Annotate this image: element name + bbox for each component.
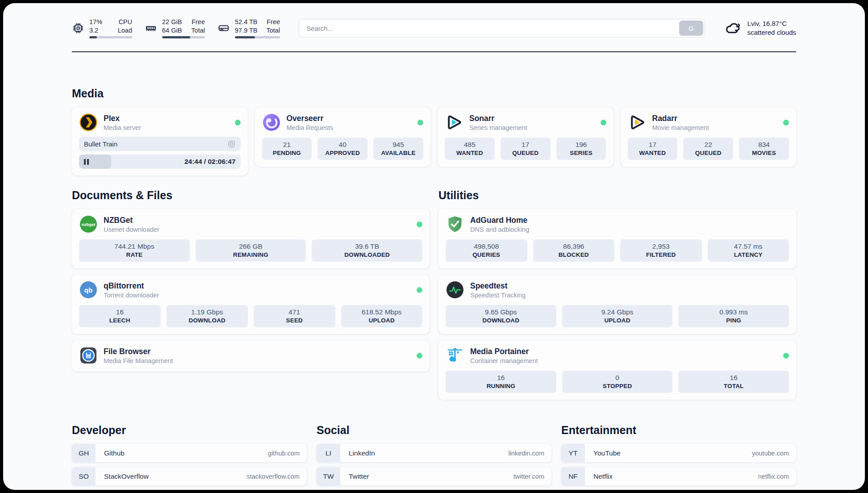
bookmark-link-netflix[interactable]: NF Netflix netflix.com (561, 467, 796, 485)
stat-box-download: 1.19 GbpsDOWNLOAD (167, 305, 248, 327)
stat-label: STOPPED (564, 383, 671, 389)
search-provider-button[interactable]: G (679, 21, 703, 36)
service-card-portainer[interactable]: Media Portainer Container management 16R… (438, 340, 796, 400)
stat-value: 17 (630, 141, 676, 149)
now-playing-title: Bullet Train (84, 140, 227, 148)
service-card-speedtest[interactable]: Speedtest Speedtest Tracking 9.65 GbpsDO… (438, 275, 796, 334)
service-name: Media Portainer (470, 347, 538, 356)
stat-label: SEED (256, 317, 333, 324)
service-stats: 485WANTED17QUEUED196SERIES (445, 138, 606, 160)
stat-label: APPROVED (320, 150, 365, 156)
bookmark-list: GH Github github.com SO StackOverflow st… (72, 444, 307, 490)
service-card-radarr[interactable]: Radarr Movie management 17WANTED22QUEUED… (621, 107, 797, 167)
service-subtitle: Media File Management (104, 357, 173, 364)
search-input[interactable] (299, 19, 705, 38)
service-card-nzbget[interactable]: nzbget NZBGet Usenet downloader 744.21 M… (72, 209, 430, 268)
service-card-overseerr[interactable]: Overseerr Media Requests 21PENDING40APPR… (255, 107, 431, 167)
service-card-plex[interactable]: Plex Media server Bullet Train 24:44 / 0… (72, 107, 248, 175)
disk-progress-bar (235, 36, 280, 38)
stat-value: 266 GB (198, 242, 304, 251)
bookmark-list: YT YouTube youtube.com NF Netflix netfli… (561, 444, 796, 490)
stat-label: RUNNING (448, 383, 554, 389)
stat-value: 9.24 Gbps (564, 308, 671, 316)
bookmark-group-developer: Developer GH Github github.com SO StackO… (72, 424, 307, 490)
stat-label: DOWNLOAD (169, 317, 246, 324)
stat-box-pending: 21PENDING (262, 138, 312, 160)
stat-value: 945 (376, 141, 421, 149)
bookmark-group-title: Social (317, 424, 551, 437)
bookmark-name: Twitter (349, 472, 369, 480)
service-subtitle: Series management (469, 124, 527, 131)
memory-total-label: Total (191, 26, 205, 35)
memory-free-value: 22 GiB (162, 18, 182, 26)
stat-label: UPLOAD (564, 317, 671, 324)
service-name: Sonarr (469, 114, 527, 123)
stat-box-wanted: 485WANTED (445, 138, 495, 160)
nzbget-icon: nzbget (79, 215, 98, 234)
sonarr-icon (445, 113, 463, 132)
bookmark-list: LI LinkedIn linkedin.com TW Twitter twit… (317, 444, 551, 485)
service-subtitle: Usenet downloader (104, 226, 159, 233)
bookmark-link-twitter[interactable]: TW Twitter twitter.com (317, 467, 551, 485)
stat-value: 16 (448, 374, 554, 382)
bookmark-link-github[interactable]: GH Github github.com (72, 444, 307, 462)
section-title-media: Media (72, 87, 796, 100)
cpu-widget: 17% 3.2 CPU Load (72, 18, 132, 39)
bookmark-link-youtube[interactable]: YT YouTube youtube.com (561, 444, 796, 462)
stat-value: 498,508 (448, 242, 525, 251)
service-name: AdGuard Home (470, 216, 529, 225)
stat-label: TOTAL (680, 383, 787, 389)
stat-box-upload: 618.52 MbpsUPLOAD (341, 305, 423, 327)
bookmark-abbr: NF (561, 467, 585, 485)
stat-value: 1.19 Gbps (169, 308, 246, 316)
service-name: NZBGet (104, 216, 159, 225)
weather-location-temp: Lviv, 16.87°C (747, 19, 796, 28)
bookmark-url: youtube.com (752, 450, 789, 457)
stat-box-queries: 498,508QUERIES (446, 239, 527, 262)
documents-card-stack: nzbget NZBGet Usenet downloader 744.21 M… (72, 209, 430, 372)
status-online-dot (601, 120, 606, 125)
svg-text:qb: qb (84, 286, 92, 294)
bookmarks-row: Developer GH Github github.com SO StackO… (72, 424, 796, 490)
cloud-icon (725, 20, 742, 37)
disk-widget: 52.4 TB 97.9 TB Free Total (217, 18, 280, 39)
service-card-adguard[interactable]: AdGuard Home DNS and adblocking 498,508Q… (438, 209, 796, 268)
stat-box-download: 9.65 GbpsDOWNLOAD (446, 305, 556, 327)
stat-value: 744.21 Mbps (81, 242, 188, 251)
now-playing-row: Bullet Train (79, 137, 241, 151)
stat-label: WANTED (630, 150, 676, 156)
service-subtitle: Torrent downloader (104, 292, 159, 299)
stat-box-approved: 40APPROVED (317, 138, 367, 160)
weather-widget[interactable]: Lviv, 16.87°C scattered clouds (725, 19, 796, 38)
stat-box-wanted: 17WANTED (628, 138, 678, 160)
service-card-qbittorrent[interactable]: qb qBittorrent Torrent downloader 16LEEC… (72, 275, 430, 334)
service-name: File Browser (104, 347, 173, 356)
pause-icon[interactable] (84, 159, 89, 165)
bookmark-name: StackOverflow (104, 472, 149, 480)
video-session-icon (227, 140, 236, 148)
playback-time: 24:44 / 02:06:47 (184, 158, 236, 166)
stat-box-seed: 471SEED (254, 305, 335, 327)
stat-label: RATE (81, 251, 188, 258)
bookmark-abbr: GH (72, 444, 96, 462)
cpu-percent: 17% (89, 18, 102, 26)
stat-value: 39.6 TB (314, 242, 420, 251)
bookmark-link-linkedin[interactable]: LI LinkedIn linkedin.com (317, 444, 551, 462)
stat-box-movies: 834MOVIES (739, 138, 789, 160)
stat-label: BLOCKED (535, 251, 613, 258)
service-card-filebrowser[interactable]: File Browser Media File Management (72, 340, 430, 372)
stat-value: 22 (685, 141, 731, 149)
playback-progress-bar[interactable]: 24:44 / 02:06:47 (79, 155, 241, 169)
stat-label: LATENCY (710, 251, 787, 258)
bookmark-abbr: SO (72, 467, 96, 485)
stat-value: 618.52 Mbps (343, 308, 421, 316)
bookmark-link-stackoverflow[interactable]: SO StackOverflow stackoverflow.com (72, 467, 307, 485)
radarr-icon (628, 113, 647, 132)
stat-value: 196 (559, 141, 604, 149)
media-card-grid: Plex Media server Bullet Train 24:44 / 0… (72, 107, 796, 175)
service-card-sonarr[interactable]: Sonarr Series management 485WANTED17QUEU… (438, 107, 613, 167)
disk-icon (217, 22, 230, 34)
stat-value: 2,953 (622, 242, 700, 251)
overseerr-icon (262, 113, 281, 132)
cpu-label: CPU (118, 18, 132, 26)
